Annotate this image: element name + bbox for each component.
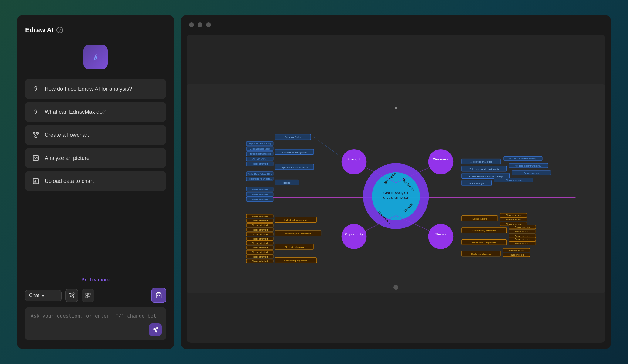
- svg-text:Please enter text: Please enter text: [252, 251, 268, 253]
- svg-text:1. Professional skills: 1. Professional skills: [470, 160, 492, 163]
- bulb-icon-1: [32, 85, 40, 93]
- help-icon[interactable]: ?: [56, 27, 63, 33]
- chat-mode-select[interactable]: Chat ▾: [25, 290, 62, 301]
- svg-text:Please enter text: Please enter text: [252, 188, 268, 190]
- swot-diagram-svg: Strengths Weakness Opportun... Threats S…: [187, 35, 605, 343]
- chat-toolbar: Chat ▾: [25, 288, 166, 303]
- svg-text:Personal Skills: Personal Skills: [285, 136, 301, 139]
- svg-rect-4: [33, 133, 35, 134]
- svg-point-41: [428, 149, 453, 174]
- svg-text:Please enter text: Please enter text: [252, 215, 268, 217]
- svg-text:Responsible for website...: Responsible for website...: [248, 178, 272, 180]
- left-panel: Edraw AI ? // How do I use Edraw AI for …: [17, 15, 174, 349]
- svg-rect-6: [35, 136, 37, 138]
- ai-logo: //: [83, 45, 108, 69]
- menu-item-flowchart[interactable]: Create a flowchart: [25, 125, 166, 145]
- svg-text:Social factors: Social factors: [472, 217, 487, 220]
- svg-text:SWOT analysis: SWOT analysis: [383, 191, 408, 195]
- menu-label-flowchart: Create a flowchart: [45, 132, 89, 138]
- svg-text:Please enter text: Please enter text: [252, 260, 268, 262]
- svg-text:Please enter text: Please enter text: [524, 172, 539, 174]
- svg-text:Please enter text: Please enter text: [506, 214, 522, 216]
- svg-text:Networking expansion: Networking expansion: [284, 259, 307, 262]
- svg-text:Proficient software skills: Proficient software skills: [249, 153, 271, 155]
- svg-text:Please enter text: Please enter text: [508, 254, 524, 256]
- svg-point-47: [428, 224, 453, 249]
- svg-point-0: [35, 87, 37, 89]
- panel-header: Edraw AI ?: [25, 26, 166, 34]
- svg-text:Please enter text: Please enter text: [515, 226, 530, 228]
- svg-rect-5: [36, 133, 38, 134]
- right-header: [181, 15, 611, 35]
- svg-text:Please enter text: Please enter text: [252, 238, 268, 240]
- bottom-section: Chat ▾: [25, 288, 166, 340]
- svg-text:Strategic planning: Strategic planning: [285, 246, 304, 248]
- chat-input[interactable]: [31, 312, 160, 336]
- svg-text:AI/PS/PR/AI/LR: AI/PS/PR/AI/LR: [252, 158, 267, 160]
- svg-text:Please enter text: Please enter text: [252, 256, 268, 258]
- svg-text:Customer changes: Customer changes: [471, 253, 491, 255]
- svg-text:Threats: Threats: [435, 233, 447, 236]
- svg-text:Technological innovation: Technological innovation: [285, 232, 311, 235]
- svg-text:Please enter text: Please enter text: [252, 194, 268, 196]
- svg-text:Please enter text: Please enter text: [252, 242, 268, 244]
- svg-rect-17: [86, 293, 88, 295]
- menu-item-analyze-picture[interactable]: Analyze an picture: [25, 148, 166, 168]
- edit-icon-btn[interactable]: [65, 289, 78, 302]
- diagram-canvas[interactable]: Strengths Weakness Opportun... Threats S…: [187, 35, 605, 343]
- svg-rect-18: [88, 293, 90, 295]
- svg-text:Please enter text: Please enter text: [508, 249, 524, 251]
- svg-text:Educational background: Educational background: [282, 151, 307, 154]
- svg-text:Strength: Strength: [348, 158, 361, 161]
- svg-text:3. Temperament and personality: 3. Temperament and personality: [469, 175, 503, 178]
- svg-text:global template: global template: [383, 196, 408, 200]
- svg-text:Please enter text: Please enter text: [515, 238, 530, 240]
- chat-label: Chat: [29, 293, 39, 298]
- chat-input-area: [25, 307, 166, 340]
- bulb-icon-2: [32, 108, 40, 116]
- svg-text:High video design ability: High video design ability: [248, 143, 271, 145]
- add-icon-btn[interactable]: [82, 289, 94, 302]
- window-dot-2: [198, 22, 202, 27]
- svg-text:4. Knowledge: 4. Knowledge: [469, 182, 484, 185]
- svg-text:Please enter text: Please enter text: [252, 247, 268, 249]
- try-more-button[interactable]: ↻ Try more: [25, 272, 166, 288]
- svg-text:Please enter text: Please enter text: [252, 198, 268, 201]
- menu-label-analyze-picture: Analyze an picture: [45, 155, 89, 161]
- svg-text:Please enter text: Please enter text: [515, 242, 530, 244]
- menu-item-edrawmax[interactable]: What can EdrawMax do?: [25, 102, 166, 122]
- svg-point-12: [34, 157, 35, 157]
- svg-rect-19: [86, 296, 88, 298]
- svg-text:Worked for a fortune 500...: Worked for a fortune 500...: [248, 173, 272, 175]
- svg-text:Please enter text: Please enter text: [252, 224, 268, 226]
- svg-point-44: [342, 224, 367, 249]
- svg-text:Good aesthetic ability: Good aesthetic ability: [250, 148, 270, 150]
- svg-text:Please enter text: Please enter text: [252, 229, 268, 231]
- svg-text:Opportunity: Opportunity: [345, 233, 363, 236]
- svg-point-38: [342, 149, 367, 174]
- svg-text:Excessive competition: Excessive competition: [472, 241, 496, 244]
- svg-text:Please enter text: Please enter text: [506, 218, 522, 221]
- picture-icon: [32, 154, 40, 162]
- send-button[interactable]: [149, 323, 162, 336]
- svg-text:Please enter text: Please enter text: [515, 235, 530, 237]
- menu-label-upload-chart: Upload data to chart: [45, 178, 94, 184]
- flowchart-icon: [32, 131, 40, 139]
- svg-text:Experience achievements: Experience achievements: [281, 166, 308, 169]
- svg-text:Please enter text: Please enter text: [252, 163, 268, 165]
- menu-item-upload-chart[interactable]: Upload data to chart: [25, 171, 166, 191]
- panel-title: Edraw AI: [25, 26, 53, 34]
- svg-text:Please enter text: Please enter text: [506, 223, 522, 225]
- dropdown-arrow-icon: ▾: [42, 293, 44, 298]
- refresh-icon: ↻: [82, 277, 86, 283]
- svg-text:Please enter text: Please enter text: [515, 231, 530, 233]
- app-container: Edraw AI ? // How do I use Edraw AI for …: [17, 15, 611, 349]
- svg-point-2: [35, 110, 37, 112]
- svg-text:Please enter text: Please enter text: [506, 179, 522, 181]
- svg-point-29: [393, 285, 398, 290]
- shop-icon-btn[interactable]: [151, 288, 166, 303]
- menu-label-analysis: How do I use Edraw AI for analysis?: [45, 86, 132, 92]
- svg-text:Hobbie: Hobbie: [283, 181, 291, 184]
- menu-label-edrawmax: What can EdrawMax do?: [45, 109, 106, 115]
- menu-item-analysis[interactable]: How do I use Edraw AI for analysis?: [25, 79, 166, 99]
